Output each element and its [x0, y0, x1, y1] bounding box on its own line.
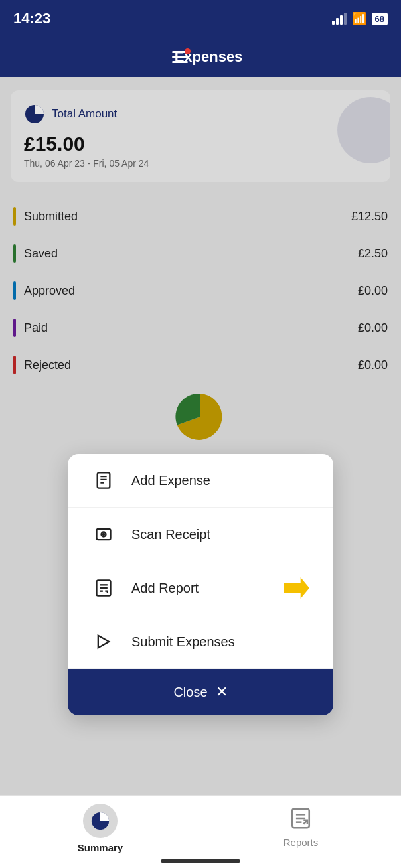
svg-point-7 — [103, 534, 104, 535]
status-time: 14:23 — [13, 10, 50, 27]
notification-dot — [185, 48, 191, 54]
tab-reports[interactable]: Reports — [200, 804, 401, 848]
close-label: Close — [173, 685, 207, 700]
add-expense-icon — [92, 469, 116, 492]
submit-expenses-button[interactable]: Submit Expenses — [68, 615, 333, 669]
scan-receipt-icon — [92, 522, 116, 546]
submit-expenses-label: Submit Expenses — [131, 634, 309, 650]
close-icon: ✕ — [216, 684, 228, 701]
add-report-label: Add Report — [131, 581, 268, 596]
tab-summary[interactable]: Summary — [0, 804, 200, 853]
status-icons: 📶 68 — [332, 11, 388, 26]
add-report-icon — [92, 576, 116, 600]
menu-button[interactable] — [172, 51, 188, 63]
main-content: Total Amount £15.00 Thu, 06 Apr 23 - Fri… — [0, 77, 401, 795]
add-report-button[interactable]: Add Report — [68, 561, 333, 615]
summary-tab-icon-bg — [83, 804, 118, 838]
app-header: Expenses — [0, 37, 401, 77]
add-expense-button[interactable]: Add Expense — [68, 454, 333, 508]
close-button[interactable]: Close ✕ — [68, 669, 333, 715]
add-expense-label: Add Expense — [131, 473, 309, 488]
summary-tab-icon — [90, 811, 110, 831]
scan-receipt-label: Scan Receipt — [131, 527, 309, 542]
battery-indicator: 68 — [372, 13, 388, 25]
reports-tab-icon — [286, 804, 315, 833]
highlight-arrow-icon — [284, 577, 309, 599]
signal-icon — [332, 13, 347, 25]
action-menu: Add Expense Scan Receipt — [68, 454, 333, 715]
bottom-nav: Summary Reports — [0, 795, 401, 868]
scan-receipt-button[interactable]: Scan Receipt — [68, 508, 333, 561]
status-bar: 14:23 📶 68 — [0, 0, 401, 37]
wifi-icon: 📶 — [352, 11, 366, 26]
summary-tab-label: Summary — [78, 842, 123, 853]
reports-tab-label: Reports — [283, 837, 319, 848]
submit-expenses-icon — [92, 630, 116, 654]
home-indicator — [161, 859, 240, 863]
svg-marker-12 — [98, 636, 109, 648]
